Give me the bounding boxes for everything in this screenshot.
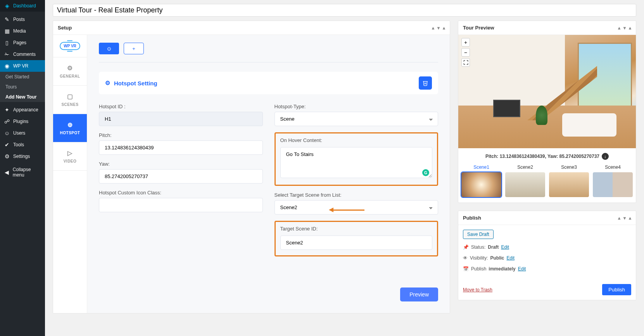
sidebar-item-wpvr[interactable]: ◉WP VR [0, 60, 45, 72]
main-content: Setup ▴ ▾ ▴ WP VR ⚙GENERAL ▢SCENES [45, 0, 644, 336]
sidebar-label: Posts [13, 17, 25, 22]
sidebar-label: Collapse menu [13, 167, 41, 178]
calendar-icon: 📅 [463, 266, 469, 272]
preview-button[interactable]: Preview [400, 288, 438, 301]
move-to-trash-link[interactable]: Move to Trash [463, 287, 492, 293]
hover-content-highlight: On Hover Content: G [275, 132, 439, 186]
sidebar-item-comments[interactable]: ✁Comments [0, 48, 45, 60]
panel-toggle-icon[interactable]: ▴ [629, 25, 631, 31]
pitch-yaw-readout: Pitch: 13.124836124380439, Yaw: 85.27420… [485, 154, 599, 159]
vtab-general[interactable]: ⚙GENERAL [53, 57, 87, 86]
sidebar-item-users[interactable]: ☺Users [0, 127, 45, 139]
hotspot-type-select[interactable]: Scene [275, 112, 439, 126]
zoom-out-button[interactable]: − [461, 48, 470, 57]
sidebar-label: Plugins [13, 119, 28, 124]
sidebar-label: Pages [13, 40, 26, 45]
sidebar-label: Media [13, 28, 26, 34]
panorama-viewer[interactable]: + − ⛶ [458, 35, 636, 148]
fullscreen-button[interactable]: ⛶ [461, 58, 470, 67]
pitch-label: Pitch: [99, 132, 263, 138]
edit-visibility-link[interactable]: Edit [506, 255, 515, 261]
sidebar-label: Appearance [13, 107, 38, 113]
scene-thumb-1[interactable] [461, 172, 501, 197]
sidebar-label: Users [13, 130, 25, 136]
pitch-input[interactable] [99, 140, 263, 155]
vtab-label: HOTSPOT [60, 131, 80, 135]
wpvr-logo: WP VR [53, 35, 87, 57]
visibility-label: Visibility: [470, 255, 488, 261]
target-scene-select-label: Select Target Scene from List: [275, 192, 439, 198]
vtab-scenes[interactable]: ▢SCENES [53, 86, 87, 114]
sidebar-item-media[interactable]: ▦Media [0, 25, 45, 37]
hotspot-tab-current[interactable]: ⊙ [99, 43, 119, 54]
vtab-hotspot[interactable]: ⊕HOTSPOT [53, 114, 87, 142]
post-title-input[interactable] [53, 4, 636, 17]
panel-up-icon[interactable]: ▴ [618, 215, 620, 221]
appearance-icon: ✦ [4, 107, 10, 113]
sidebar-item-dashboard[interactable]: ◈Dashboard [0, 0, 45, 12]
sidebar-item-collapse[interactable]: ◀Collapse menu [0, 164, 45, 180]
sidebar-sub-tours[interactable]: Tours [0, 82, 45, 92]
sidebar-label: Comments [13, 52, 36, 57]
custom-icon-label: Hotspot Custom Icon Class: [99, 190, 263, 196]
hotspot-setting-title: Hotspot Setting [114, 80, 157, 87]
scene-thumb-4[interactable] [593, 172, 633, 197]
pages-icon: ▯ [4, 40, 10, 46]
scene-thumb-label: Scene4 [593, 165, 633, 170]
hotspot-tab-add[interactable]: + [124, 43, 144, 54]
sidebar-label: Settings [13, 154, 30, 159]
dashboard-icon: ◈ [4, 3, 10, 9]
zoom-in-button[interactable]: + [461, 38, 470, 47]
schedule-label: Publish [471, 266, 486, 272]
sidebar-item-pages[interactable]: ▯Pages [0, 37, 45, 48]
sidebar-label: WP VR [13, 63, 28, 69]
gear-icon: ⚙ [67, 64, 73, 72]
scene-thumb-label: Scene2 [505, 165, 545, 170]
panel-up-icon[interactable]: ▴ [432, 25, 434, 31]
custom-icon-input[interactable] [99, 198, 263, 212]
delete-hotspot-button[interactable] [419, 76, 432, 90]
panel-down-icon[interactable]: ▾ [623, 25, 626, 31]
scene-thumb-2[interactable] [505, 172, 545, 197]
admin-sidebar: ◈Dashboard ✎Posts ▦Media ▯Pages ✁Comment… [0, 0, 45, 336]
sidebar-sub-add-new-tour[interactable]: Add New Tour [0, 92, 45, 102]
schedule-value: immediately [489, 266, 515, 272]
publish-button[interactable]: Publish [602, 284, 631, 295]
scene-thumb-label: Scene3 [549, 165, 589, 170]
yaw-input[interactable] [99, 169, 263, 184]
settings-icon: ⚙ [4, 153, 10, 159]
scene-thumb-label: Scene1 [461, 165, 501, 170]
sidebar-item-settings[interactable]: ⚙Settings [0, 151, 45, 162]
comments-icon: ✁ [4, 51, 10, 57]
download-icon[interactable]: ↓ [602, 153, 609, 160]
save-draft-button[interactable]: Save Draft [463, 230, 494, 239]
target-scene-select[interactable]: Scene2 [275, 200, 439, 215]
panel-toggle-icon[interactable]: ▴ [443, 25, 445, 31]
publish-panel: Publish ▴ ▾ ▴ Save Draft 📌 Status: Draft [458, 211, 636, 300]
yaw-label: Yaw: [99, 161, 263, 167]
setup-panel: Setup ▴ ▾ ▴ WP VR ⚙GENERAL ▢SCENES [53, 21, 450, 313]
panel-title: Publish [463, 215, 481, 221]
edit-status-link[interactable]: Edit [501, 244, 509, 250]
pin-icon: ✎ [4, 16, 10, 23]
target-scene-id-input[interactable] [280, 236, 433, 250]
hover-content-textarea[interactable] [280, 147, 433, 178]
sidebar-item-tools[interactable]: ✔Tools [0, 139, 45, 151]
sidebar-item-appearance[interactable]: ✦Appearance [0, 104, 45, 116]
panel-down-icon[interactable]: ▾ [623, 215, 626, 221]
vtab-video[interactable]: ▷VIDEO [53, 142, 87, 171]
hotspot-type-label: Hotspot-Type: [275, 104, 439, 109]
grammarly-icon[interactable]: G [422, 169, 429, 176]
video-icon: ▷ [67, 149, 73, 157]
panel-up-icon[interactable]: ▴ [618, 25, 620, 31]
panel-down-icon[interactable]: ▾ [437, 25, 440, 31]
sidebar-sub-get-started[interactable]: Get Started [0, 72, 45, 82]
sidebar-item-plugins[interactable]: ☍Plugins [0, 116, 45, 127]
scene-thumb-3[interactable] [549, 172, 589, 197]
hotspot-id-input [99, 112, 263, 126]
sidebar-item-posts[interactable]: ✎Posts [0, 14, 45, 25]
visibility-value: Public [490, 255, 504, 261]
panel-toggle-icon[interactable]: ▴ [629, 215, 631, 221]
edit-schedule-link[interactable]: Edit [518, 266, 526, 272]
status-label: Status: [471, 244, 485, 250]
